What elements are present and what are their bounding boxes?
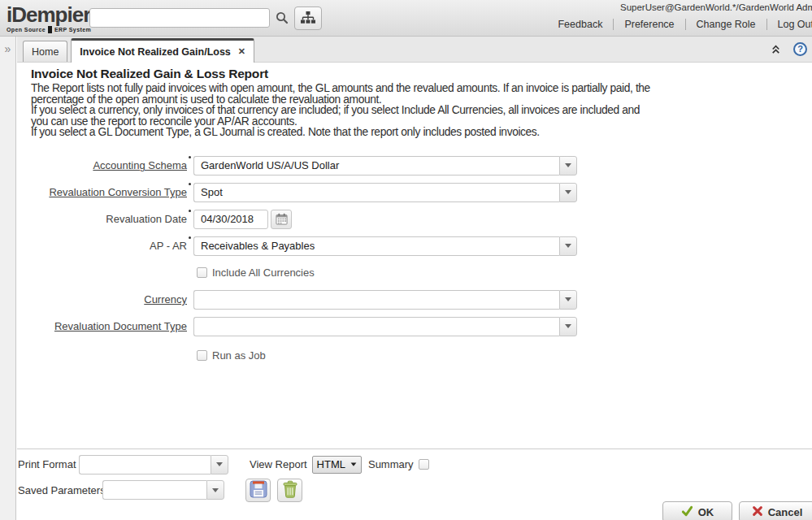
revaluation-document-type-combobox[interactable] bbox=[193, 317, 577, 336]
logo-bar bbox=[48, 26, 52, 33]
revaluation-document-type-dropdown-button[interactable] bbox=[559, 317, 577, 336]
floppy-disk-icon bbox=[250, 480, 267, 500]
save-parameters-button[interactable] bbox=[245, 479, 271, 502]
logout-link[interactable]: Log Out bbox=[766, 19, 812, 30]
saved-parameters-dropdown-button[interactable] bbox=[206, 480, 224, 500]
ap-ar-row: AP - AR Receivables & Payables bbox=[31, 236, 812, 256]
ok-button[interactable]: OK bbox=[662, 501, 732, 520]
revaluation-conversion-type-dropdown-button[interactable] bbox=[559, 183, 577, 202]
expand-sidebar-icon[interactable]: » bbox=[0, 37, 15, 61]
chevron-down-icon bbox=[565, 297, 571, 301]
search-icon[interactable] bbox=[275, 11, 289, 25]
help-icon[interactable]: ? bbox=[793, 42, 807, 56]
revaluation-document-type-row: Revaluation Document Type bbox=[31, 317, 812, 336]
revaluation-date-label: Revaluation Date bbox=[31, 213, 187, 225]
print-format-label: Print Format bbox=[18, 458, 79, 470]
print-format-combobox[interactable] bbox=[79, 455, 228, 474]
logged-in-user-info: SuperUser@GardenWorld.*/GardenWorld Admi… bbox=[620, 2, 812, 12]
revaluation-document-type-value[interactable] bbox=[193, 317, 559, 336]
accounting-schema-dropdown-button[interactable] bbox=[559, 156, 577, 176]
feedback-link[interactable]: Feedback bbox=[547, 19, 613, 30]
page-title: Invoice Not Realized Gain & Loss Report bbox=[31, 67, 812, 81]
tab-invoice-not-realized-gain-loss[interactable]: Invoice Not Realized Gain/Loss ✕ bbox=[71, 38, 254, 63]
tab-home[interactable]: Home bbox=[23, 41, 67, 62]
report-description: The Report lists not fully paid invoices… bbox=[31, 83, 812, 138]
saved-parameters-label: Saved Parameters bbox=[18, 484, 102, 496]
tab-active-label: Invoice Not Realized Gain/Loss bbox=[80, 46, 230, 58]
saved-parameters-row: Saved Parameters bbox=[18, 478, 812, 502]
parameter-form: Accounting Schema GardenWorld US/A/US Do… bbox=[31, 156, 812, 362]
accounting-schema-row: Accounting Schema GardenWorld US/A/US Do… bbox=[31, 156, 812, 176]
include-all-currencies-checkbox[interactable] bbox=[197, 267, 207, 278]
accounting-schema-label[interactable]: Accounting Schema bbox=[31, 159, 187, 171]
menu-tree-button[interactable] bbox=[294, 6, 322, 30]
logo-subtitle-left: Open Source bbox=[7, 27, 46, 32]
run-as-job-row: Run as Job bbox=[197, 350, 812, 362]
include-all-currencies-label: Include All Currencies bbox=[212, 266, 315, 279]
currency-dropdown-button[interactable] bbox=[559, 290, 577, 310]
preference-link[interactable]: Preference bbox=[613, 19, 684, 30]
delete-saved-parameters-button[interactable] bbox=[277, 479, 302, 502]
view-report-selected-value: HTML bbox=[317, 458, 345, 470]
ok-check-icon bbox=[681, 505, 693, 519]
ap-ar-combobox[interactable]: Receivables & Payables bbox=[193, 236, 577, 256]
summary-label: Summary bbox=[368, 458, 414, 470]
tab-close-icon[interactable]: ✕ bbox=[238, 46, 245, 57]
global-search-input[interactable] bbox=[89, 8, 270, 28]
chevron-down-icon bbox=[212, 488, 219, 492]
calendar-button[interactable] bbox=[271, 210, 292, 229]
print-format-dropdown-button[interactable] bbox=[211, 455, 228, 474]
cancel-x-icon bbox=[752, 505, 763, 519]
chevron-down-icon bbox=[565, 244, 571, 248]
currency-label[interactable]: Currency bbox=[31, 293, 187, 306]
sitemap-icon bbox=[300, 11, 316, 27]
print-format-row: Print Format View Report HTML Summary bbox=[18, 454, 812, 474]
view-report-select[interactable]: HTML bbox=[312, 456, 362, 474]
run-as-job-label: Run as Job bbox=[212, 349, 266, 362]
revaluation-date-row: Revaluation Date bbox=[31, 210, 812, 229]
summary-checkbox[interactable] bbox=[419, 459, 429, 470]
revaluation-conversion-type-combobox[interactable]: Spot bbox=[193, 183, 577, 202]
tab-bar-tools: ? bbox=[770, 42, 807, 56]
chevron-down-icon bbox=[216, 462, 223, 466]
calendar-icon bbox=[276, 213, 288, 225]
currency-value[interactable] bbox=[193, 290, 559, 310]
revaluation-document-type-label[interactable]: Revaluation Document Type bbox=[31, 320, 187, 332]
trash-icon bbox=[281, 480, 299, 500]
saved-parameters-value[interactable] bbox=[102, 480, 206, 500]
header: iDempiere Open Source ERP System bbox=[0, 0, 812, 37]
saved-parameters-combobox[interactable] bbox=[102, 480, 224, 500]
ap-ar-label: AP - AR bbox=[31, 240, 187, 252]
description-line: If you select a currency, only invoices … bbox=[31, 105, 812, 116]
include-all-currencies-row: Include All Currencies bbox=[197, 267, 812, 279]
print-format-value[interactable] bbox=[79, 455, 211, 474]
tab-home-label: Home bbox=[32, 46, 59, 58]
ap-ar-dropdown-button[interactable] bbox=[559, 236, 577, 256]
description-line: percentage of the open amount is used to… bbox=[31, 94, 812, 106]
app-root: iDempiere Open Source ERP System bbox=[0, 0, 812, 520]
currency-combobox[interactable] bbox=[193, 290, 577, 310]
revaluation-conversion-type-row: Revaluation Conversion Type Spot bbox=[31, 183, 812, 202]
accounting-schema-value[interactable]: GardenWorld US/A/US Dollar bbox=[193, 156, 559, 176]
cancel-button[interactable]: Cancel bbox=[739, 501, 812, 520]
collapse-header-icon[interactable] bbox=[770, 43, 782, 55]
ok-button-label: OK bbox=[698, 506, 714, 518]
revaluation-conversion-type-value[interactable]: Spot bbox=[193, 183, 559, 202]
chevron-down-icon bbox=[565, 190, 571, 194]
revaluation-date-input[interactable] bbox=[193, 210, 268, 229]
ap-ar-value[interactable]: Receivables & Payables bbox=[193, 236, 559, 256]
currency-row: Currency bbox=[31, 290, 812, 310]
change-role-link[interactable]: Change Role bbox=[685, 19, 766, 30]
accounting-schema-combobox[interactable]: GardenWorld US/A/US Dollar bbox=[193, 156, 577, 176]
collapsed-sidebar-strip[interactable]: » bbox=[0, 37, 16, 520]
description-line: you can use the report to reconcile your… bbox=[31, 116, 812, 128]
chevron-down-icon bbox=[565, 324, 571, 328]
description-line: The Report lists not fully paid invoices… bbox=[31, 83, 812, 94]
run-as-job-checkbox[interactable] bbox=[197, 350, 207, 361]
logo-subtitle: Open Source ERP System bbox=[7, 26, 104, 33]
revaluation-conversion-type-label[interactable]: Revaluation Conversion Type bbox=[31, 186, 187, 198]
view-report-label: View Report bbox=[250, 458, 307, 470]
process-parameter-panel: Invoice Not Realized Gain & Loss Report … bbox=[17, 63, 812, 520]
chevron-down-icon bbox=[351, 462, 357, 466]
logo-subtitle-right: ERP System bbox=[54, 27, 91, 32]
